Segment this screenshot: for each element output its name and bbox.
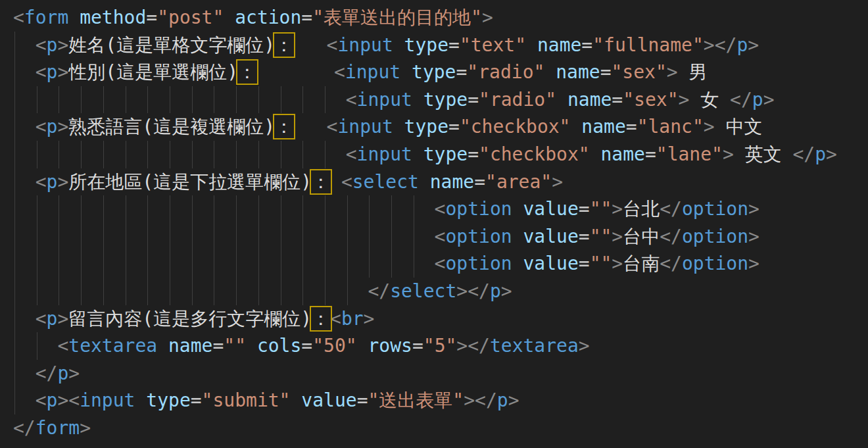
code-token: [526, 34, 537, 56]
code-token: <: [13, 7, 24, 28]
code-line[interactable]: <p>所在地區(這是下拉選單欄位)： <select name="area">: [13, 168, 868, 196]
code-token: "area": [485, 171, 552, 193]
code-token: p: [47, 308, 58, 330]
code-token: [393, 34, 404, 56]
code-token: <: [346, 143, 357, 165]
code-token: p: [47, 389, 58, 411]
code-token: option: [682, 253, 748, 274]
code-token: <: [36, 116, 47, 137]
code-token: >: [364, 308, 375, 330]
code-token: "lane": [656, 143, 723, 165]
code-line[interactable]: <textarea name="" cols="50" rows="5"></t…: [13, 332, 868, 360]
code-token: type: [423, 89, 468, 111]
code-token: <: [435, 253, 446, 274]
code-token: name: [581, 116, 625, 137]
code-token: ><: [57, 389, 80, 411]
code-token: method: [80, 7, 146, 28]
code-token: =: [448, 116, 460, 137]
code-token: "lanc": [637, 116, 704, 137]
code-token: >: [612, 198, 623, 220]
code-token: 英文: [734, 143, 793, 165]
code-line[interactable]: <option value="">台北</option>: [13, 195, 868, 223]
code-token: =: [600, 61, 612, 83]
code-token: >: [763, 89, 775, 111]
code-token: [419, 171, 430, 193]
code-token: 留言內容(這是多行文字欄位): [68, 308, 312, 330]
code-line[interactable]: <option value="">台南</option>: [13, 250, 868, 278]
code-token: =: [146, 7, 157, 28]
code-line[interactable]: <form method="post" action="表單送出的目的地">: [13, 4, 868, 32]
code-line[interactable]: <p>留言內容(這是多行文字欄位)：<br>: [13, 305, 868, 333]
code-token: "sex": [612, 61, 667, 83]
code-token: <: [36, 34, 47, 56]
code-token: =: [456, 61, 467, 83]
code-token: "": [224, 335, 246, 357]
code-token: p: [57, 362, 68, 384]
code-token: =: [474, 171, 485, 193]
code-token: [512, 226, 523, 247]
code-token: 台中: [623, 226, 660, 247]
code-token: >: [57, 308, 68, 330]
code-token: form: [36, 417, 80, 439]
indent-guide: [14, 59, 37, 86]
code-token: type: [404, 116, 448, 137]
code-token: <: [334, 61, 345, 83]
code-line[interactable]: </p>: [13, 360, 868, 387]
code-token: [512, 198, 523, 220]
indent-guide: [14, 141, 347, 168]
code-token: >: [80, 417, 91, 439]
code-token: type: [423, 143, 468, 165]
code-token: "radio": [467, 61, 544, 83]
code-token: =: [448, 34, 460, 56]
code-token: </: [368, 280, 390, 302]
code-token: "": [590, 226, 612, 247]
unicode-highlight-box: ：: [312, 171, 330, 193]
code-token: [224, 7, 235, 28]
code-token: =: [612, 89, 623, 111]
code-token: p: [47, 34, 58, 56]
code-token: =: [301, 335, 312, 357]
code-area[interactable]: <form method="post" action="表單送出的目的地"> <…: [0, 0, 868, 448]
code-line[interactable]: </select></p>: [13, 278, 868, 305]
code-token: form: [24, 7, 68, 28]
code-token: name: [168, 335, 212, 357]
code-token: ></: [464, 389, 497, 411]
code-token: [293, 116, 327, 137]
code-token: name: [556, 61, 600, 83]
code-line[interactable]: <input type="checkbox" name="lane"> 英文 <…: [13, 141, 868, 168]
code-token: [556, 89, 567, 111]
code-line[interactable]: <input type="radio" name="sex"> 女 </p>: [13, 86, 868, 114]
code-token: value: [523, 198, 578, 220]
code-token: option: [682, 226, 748, 247]
code-token: <: [36, 389, 47, 411]
code-line[interactable]: <p><input type="submit" value="送出表單"></p…: [13, 387, 868, 414]
code-token: >: [748, 198, 760, 220]
code-line[interactable]: <p>姓名(這是單格文字欄位)： <input type="text" name…: [13, 32, 868, 59]
code-token: [290, 389, 301, 411]
code-token: "5": [423, 335, 457, 357]
code-token: </: [36, 362, 58, 384]
code-token: >: [723, 143, 734, 165]
code-token: >: [501, 280, 512, 302]
code-line[interactable]: <option value="">台中</option>: [13, 223, 868, 251]
indent-guide: [14, 278, 369, 305]
code-token: "表單送出的目的地": [312, 7, 482, 28]
code-token: name: [600, 143, 644, 165]
code-token: 台北: [623, 198, 660, 220]
code-token: input: [337, 116, 393, 137]
code-token: >: [57, 61, 68, 83]
code-token: 熟悉語言(這是複選欄位): [68, 116, 275, 137]
code-line[interactable]: </form>: [13, 414, 868, 442]
code-token: </: [13, 417, 36, 439]
code-token: </: [660, 198, 682, 220]
code-token: "submit": [202, 389, 291, 411]
code-line[interactable]: <p>性別(這是單選欄位)： <input type="radio" name=…: [13, 59, 868, 86]
code-token: 性別(這是單選欄位): [68, 61, 238, 83]
code-token: br: [341, 308, 364, 330]
code-token: p: [815, 143, 826, 165]
unicode-highlight-box: ：: [238, 61, 256, 83]
code-token: 中文: [715, 116, 763, 137]
unicode-highlight-box: ：: [275, 116, 293, 137]
code-token: action: [235, 7, 301, 28]
code-line[interactable]: <p>熟悉語言(這是複選欄位)： <input type="checkbox" …: [13, 113, 868, 141]
